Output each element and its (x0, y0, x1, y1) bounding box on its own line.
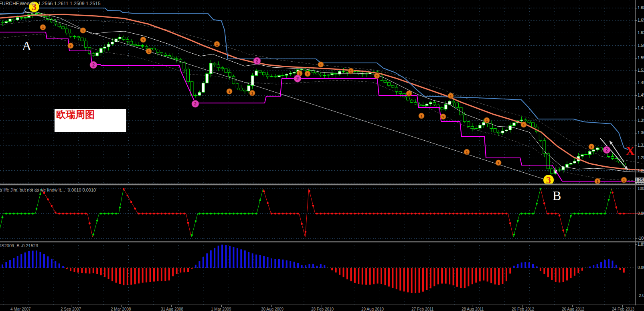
histogram-bar (487, 268, 488, 281)
histogram-bar (312, 264, 314, 268)
histogram-bar (111, 268, 113, 281)
momentum-dot (502, 213, 504, 215)
momentum-dot (259, 199, 261, 201)
momentum-dot (36, 208, 38, 210)
momentum-dot (570, 215, 572, 217)
momentum-dot (585, 213, 587, 215)
momentum-dot (433, 213, 435, 215)
histogram-bar (411, 268, 413, 293)
histogram-bar (536, 267, 537, 268)
arrow-head-icon (610, 141, 613, 145)
momentum-dot (342, 213, 344, 215)
momentum-line-segment (513, 189, 541, 237)
price-tick-label: 1.42 (638, 106, 644, 110)
chart-note-box[interactable]: 欧瑞周图 (55, 109, 126, 132)
histogram-bar (301, 265, 303, 268)
histogram-bar (616, 265, 617, 268)
momentum-dot (66, 213, 68, 215)
histogram-bar (172, 268, 174, 276)
time-tick-label: 26 Aug 2012 (562, 307, 584, 311)
svg-text:1: 1 (216, 42, 218, 46)
histogram-bar (498, 268, 500, 285)
svg-text:1: 1 (306, 72, 308, 76)
histogram-bar (85, 268, 87, 273)
momentum-dot (604, 213, 606, 215)
histogram-bar (5, 262, 7, 268)
histogram-bar (547, 268, 549, 277)
momentum-dot (490, 213, 492, 215)
momentum-dot (411, 213, 413, 215)
momentum-indicator-name: Its life Jim, but not as we know it… (0, 188, 65, 192)
histogram-bar (130, 268, 132, 285)
histogram-bar (233, 247, 234, 268)
panel-separator[interactable] (0, 184, 644, 186)
histogram-bar (267, 257, 269, 268)
histogram-bar (248, 252, 249, 268)
annotation-letter-x[interactable]: X (626, 143, 635, 158)
price-tick-label: 1.55 (638, 56, 644, 60)
svg-text:1: 1 (450, 94, 452, 98)
histogram-bar (214, 248, 215, 268)
histogram-bar (32, 250, 34, 268)
time-tick-label: 27 Feb 2011 (411, 307, 433, 311)
momentum-dot (388, 213, 390, 215)
momentum-dot (468, 213, 470, 215)
momentum-dot (161, 213, 163, 215)
momentum-dot (115, 213, 117, 215)
svg-text:1: 1 (442, 115, 444, 119)
momentum-dot (271, 213, 273, 215)
histogram-bar (388, 268, 390, 287)
annotation-letter-a[interactable]: A (22, 38, 31, 53)
panel-separator[interactable] (0, 241, 644, 243)
momentum-dot (138, 213, 140, 215)
price-tick-label: 1.29 (638, 156, 644, 160)
price-chart-panel[interactable]: 1111111111111111111111112222233 (0, 0, 644, 184)
svg-text:2: 2 (606, 147, 608, 152)
momentum-dot (305, 231, 307, 233)
momentum-dot (339, 213, 341, 215)
histogram-bar (2, 265, 3, 268)
histogram-bar (93, 268, 94, 273)
svg-text:1: 1 (486, 119, 488, 123)
histogram-bar (62, 266, 64, 268)
svg-text:1: 1 (590, 145, 592, 149)
svg-text:1: 1 (42, 26, 44, 30)
histogram-bar (294, 262, 295, 268)
histogram-bar (597, 264, 598, 268)
trendline-a-b[interactable] (25, 11, 550, 181)
histogram-bar (612, 261, 613, 268)
momentum-dot (58, 213, 60, 215)
momentum-dot (176, 213, 178, 215)
momentum-dot (244, 213, 246, 215)
svg-text:1: 1 (623, 178, 625, 182)
histogram-bar (399, 268, 401, 291)
momentum-dot (555, 213, 557, 215)
momentum-dot (475, 213, 477, 215)
histogram-bar (407, 268, 409, 292)
histogram-bar (365, 268, 367, 285)
momentum-dot (251, 213, 253, 215)
histogram-bar (574, 268, 575, 276)
momentum-dot (119, 206, 121, 208)
histogram-bar (415, 268, 416, 293)
note-box-text: 欧瑞周图 (55, 109, 126, 120)
momentum-panel[interactable] (0, 185, 644, 241)
histogram-panel[interactable] (0, 242, 644, 305)
histogram-bar (74, 268, 75, 272)
momentum-dot (407, 213, 409, 215)
svg-text:1: 1 (148, 50, 150, 54)
histogram-bar (36, 250, 37, 268)
arrow-line[interactable] (600, 138, 628, 170)
white-ma-line (0, 12, 644, 172)
momentum-dot (327, 213, 329, 215)
momentum-dot (248, 213, 250, 215)
histogram-bar (475, 268, 477, 283)
histogram-bar (134, 268, 136, 284)
histogram-bar (464, 268, 466, 288)
histogram-bar (198, 261, 200, 268)
mt4-chart-window: 1111111111111111111111112222233 EURCHF,W… (0, 0, 644, 311)
time-tick-label: 2 Sep 2007 (61, 307, 81, 311)
histogram-bar (157, 268, 158, 281)
annotation-letter-b[interactable]: B (553, 188, 561, 203)
momentum-dot (237, 213, 239, 215)
